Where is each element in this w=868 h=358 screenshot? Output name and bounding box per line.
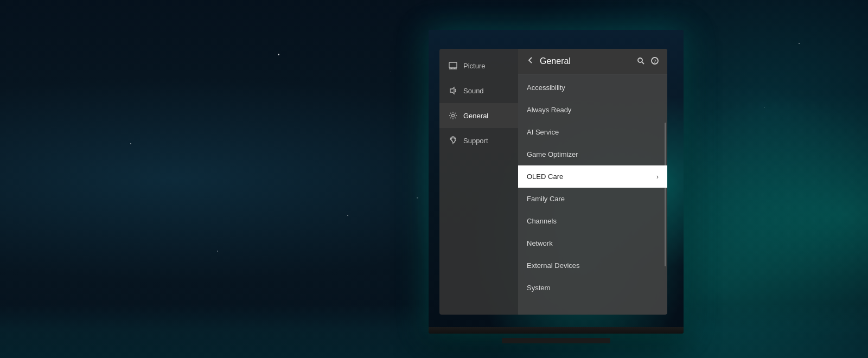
sidebar-general-label: General	[463, 112, 488, 120]
svg-marker-4	[450, 87, 454, 94]
game-optimizer-label: Game Optimizer	[527, 150, 578, 158]
accessibility-label: Accessibility	[527, 84, 565, 92]
always-ready-label: Always Ready	[527, 106, 571, 114]
chevron-right-icon: ›	[656, 173, 659, 181]
svg-point-5	[452, 114, 455, 117]
family-care-label: Family Care	[527, 195, 565, 203]
tv-stand	[502, 338, 610, 343]
tv-frame: Picture Sound	[429, 30, 684, 334]
sidebar-item-general[interactable]: General	[439, 103, 518, 128]
svg-point-7	[638, 58, 642, 62]
help-button[interactable]: ?	[651, 57, 659, 66]
menu-item-always-ready[interactable]: Always Ready	[518, 99, 667, 121]
menu-item-channels[interactable]: Channels	[518, 210, 667, 232]
tv-screen: Picture Sound	[429, 30, 684, 334]
svg-rect-0	[449, 62, 457, 68]
panel-header-right: ?	[637, 57, 659, 66]
back-button[interactable]	[527, 56, 534, 66]
sidebar-picture-label: Picture	[463, 62, 485, 70]
menu-overlay: Picture Sound	[439, 49, 667, 315]
system-label: System	[527, 284, 550, 292]
menu-item-system[interactable]: System	[518, 277, 667, 299]
scroll-indicator	[665, 123, 666, 267]
panel-header: General ?	[518, 49, 667, 74]
menu-item-family-care[interactable]: Family Care	[518, 188, 667, 210]
menu-item-external-devices[interactable]: External Devices	[518, 254, 667, 277]
sidebar: Picture Sound	[439, 49, 518, 315]
sidebar-item-sound[interactable]: Sound	[439, 78, 518, 103]
search-button[interactable]	[637, 57, 644, 66]
tv-bottom-bar	[429, 327, 684, 334]
panel-title: General	[540, 56, 571, 66]
svg-line-8	[642, 62, 644, 64]
sidebar-item-support[interactable]: Support	[439, 128, 518, 153]
sound-icon	[448, 86, 458, 95]
menu-item-oled-care[interactable]: OLED Care ›	[518, 165, 667, 188]
svg-text:?: ?	[653, 59, 656, 64]
ai-service-label: AI Service	[527, 128, 559, 136]
external-devices-label: External Devices	[527, 261, 580, 270]
sidebar-item-picture[interactable]: Picture	[439, 53, 518, 78]
sidebar-sound-label: Sound	[463, 87, 484, 95]
sidebar-support-label: Support	[463, 137, 488, 145]
menu-item-ai-service[interactable]: AI Service	[518, 121, 667, 143]
picture-icon	[448, 61, 458, 71]
menu-item-network[interactable]: Network	[518, 232, 667, 254]
right-panel: General ?	[518, 49, 667, 315]
menu-list[interactable]: Accessibility Always Ready AI Service Ga…	[518, 74, 667, 315]
oled-care-label: OLED Care	[527, 172, 563, 181]
menu-item-game-optimizer[interactable]: Game Optimizer	[518, 143, 667, 165]
channels-label: Channels	[527, 217, 557, 225]
support-icon	[448, 136, 458, 145]
menu-item-accessibility[interactable]: Accessibility	[518, 76, 667, 99]
network-label: Network	[527, 239, 553, 247]
general-icon	[448, 111, 458, 120]
panel-header-left: General	[527, 56, 571, 66]
